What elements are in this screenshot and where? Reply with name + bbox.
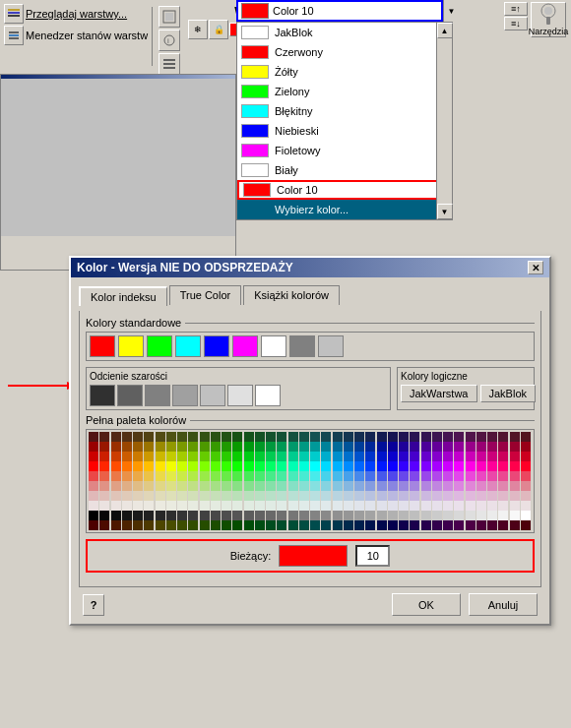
palette-cell[interactable] (177, 491, 187, 501)
palette-cell[interactable] (410, 501, 419, 511)
palette-cell[interactable] (333, 452, 343, 461)
palette-cell[interactable] (200, 432, 210, 442)
palette-cell[interactable] (476, 491, 486, 501)
palette-cell[interactable] (89, 520, 98, 530)
palette-cell[interactable] (255, 442, 265, 452)
palette-cell[interactable] (354, 491, 364, 501)
std-color-gray[interactable] (289, 335, 315, 357)
palette-cell[interactable] (344, 452, 353, 461)
palette-cell[interactable] (466, 442, 476, 452)
palette-cell[interactable] (388, 481, 398, 491)
palette-cell[interactable] (321, 501, 331, 511)
tab-ksiazki[interactable]: Książki kolorów (243, 285, 340, 305)
palette-cell[interactable] (365, 491, 375, 501)
palette-cell[interactable] (188, 442, 198, 452)
palette-cell[interactable] (510, 442, 520, 452)
palette-cell[interactable] (177, 461, 187, 471)
palette-cell[interactable] (211, 511, 221, 520)
palette-cell[interactable] (365, 442, 375, 452)
palette-cell[interactable] (200, 501, 210, 511)
palette-cell[interactable] (510, 491, 520, 501)
palette-cell[interactable] (277, 511, 286, 520)
palette-cell[interactable] (333, 442, 343, 452)
palette-cell[interactable] (122, 520, 132, 530)
palette-cell[interactable] (299, 452, 309, 461)
palette-cell[interactable] (487, 501, 497, 511)
palette-cell[interactable] (321, 481, 331, 491)
palette-cell[interactable] (432, 461, 442, 471)
palette-cell[interactable] (487, 511, 497, 520)
palette-cell[interactable] (333, 501, 343, 511)
palette-cell[interactable] (365, 471, 375, 481)
palette-cell[interactable] (277, 491, 286, 501)
palette-cell[interactable] (476, 461, 486, 471)
palette-cell[interactable] (156, 501, 165, 511)
palette-cell[interactable] (299, 481, 309, 491)
palette-cell[interactable] (232, 511, 242, 520)
palette-cell[interactable] (211, 491, 221, 501)
palette-cell[interactable] (211, 432, 221, 442)
palette-cell[interactable] (410, 461, 419, 471)
palette-cell[interactable] (432, 481, 442, 491)
settings-icon[interactable] (159, 53, 180, 75)
palette-cell[interactable] (200, 491, 210, 501)
palette-cell[interactable] (354, 520, 364, 530)
palette-cell[interactable] (377, 520, 387, 530)
palette-cell[interactable] (521, 452, 531, 461)
palette-cell[interactable] (487, 432, 497, 442)
palette-cell[interactable] (410, 520, 419, 530)
palette-cell[interactable] (377, 442, 387, 452)
palette-cell[interactable] (188, 452, 198, 461)
sort-icon[interactable]: ≡↑ (504, 2, 528, 16)
palette-cell[interactable] (466, 481, 476, 491)
scroll-down-btn[interactable]: ▼ (437, 204, 453, 219)
palette-cell[interactable] (510, 452, 520, 461)
palette-cell[interactable] (476, 520, 486, 530)
color-dropdown-selected[interactable]: Color 10 (236, 0, 443, 22)
layer-lock-icon[interactable]: 🔒 (209, 20, 228, 39)
palette-cell[interactable] (454, 491, 464, 501)
help-btn[interactable]: ? (83, 594, 104, 616)
dropdown-item-jakblok[interactable]: JakBlok (237, 23, 452, 42)
palette-cell[interactable] (399, 511, 409, 520)
palette-cell[interactable] (255, 452, 265, 461)
palette-cell[interactable] (333, 520, 343, 530)
palette-cell[interactable] (299, 432, 309, 442)
palette-cell[interactable] (354, 511, 364, 520)
palette-cell[interactable] (388, 511, 398, 520)
palette-cell[interactable] (421, 442, 431, 452)
palette-cell[interactable] (288, 471, 298, 481)
palette-cell[interactable] (188, 461, 198, 471)
palette-cell[interactable] (200, 511, 210, 520)
palette-cell[interactable] (443, 501, 453, 511)
palette-cell[interactable] (365, 511, 375, 520)
palette-cell[interactable] (510, 481, 520, 491)
current-color-number[interactable]: 10 (355, 545, 390, 567)
palette-cell[interactable] (232, 432, 242, 442)
dropdown-item-bialy[interactable]: Biały (237, 160, 452, 180)
palette-cell[interactable] (222, 452, 231, 461)
palette-cell[interactable] (476, 481, 486, 491)
palette-cell[interactable] (299, 442, 309, 452)
palette-cell[interactable] (365, 432, 375, 442)
scroll-up-btn[interactable]: ▲ (437, 23, 453, 38)
palette-cell[interactable] (288, 432, 298, 442)
palette-cell[interactable] (476, 501, 486, 511)
palette-cell[interactable] (399, 432, 409, 442)
palette-cell[interactable] (200, 481, 210, 491)
gray-6[interactable] (227, 385, 253, 406)
dropdown-scrollbar[interactable]: ▲ ▼ (436, 23, 452, 219)
palette-cell[interactable] (421, 452, 431, 461)
tools-btn[interactable]: Narzędzia (531, 2, 566, 37)
palette-cell[interactable] (521, 511, 531, 520)
palette-cell[interactable] (99, 432, 109, 442)
palette-cell[interactable] (399, 491, 409, 501)
palette-cell[interactable] (510, 520, 520, 530)
palette-cell[interactable] (321, 452, 331, 461)
palette-cell[interactable] (487, 491, 497, 501)
ok-btn[interactable]: OK (392, 593, 461, 616)
palette-cell[interactable] (432, 511, 442, 520)
palette-cell[interactable] (476, 452, 486, 461)
palette-cell[interactable] (288, 442, 298, 452)
palette-cell[interactable] (487, 452, 497, 461)
